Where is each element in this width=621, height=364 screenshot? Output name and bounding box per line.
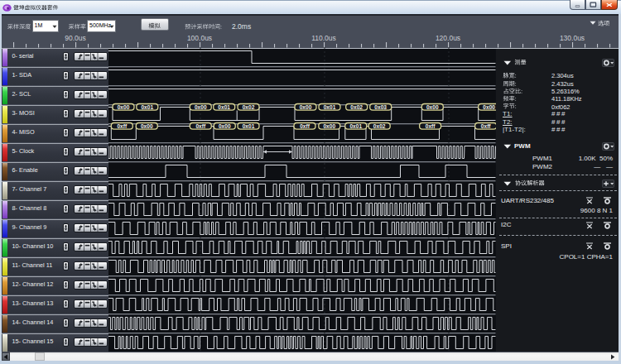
svg-text:0x00: 0x00: [323, 123, 335, 129]
svg-text:0x03: 0x03: [374, 104, 387, 110]
svg-text:0x00: 0x00: [195, 104, 207, 110]
svg-text:0x01: 0x01: [349, 123, 362, 129]
svg-text:0x01: 0x01: [218, 104, 230, 110]
svg-text:0x02: 0x02: [243, 104, 255, 110]
svg-text:0xff: 0xff: [117, 123, 128, 129]
svg-text:0x01: 0x01: [324, 104, 336, 110]
svg-text:0x00: 0x00: [118, 104, 130, 110]
svg-text:0x00: 0x00: [141, 123, 153, 129]
svg-text:0x00: 0x00: [300, 104, 312, 110]
svg-text:0x02: 0x02: [373, 123, 386, 129]
svg-text:0x00: 0x00: [426, 104, 439, 110]
svg-text:0x02: 0x02: [350, 104, 363, 110]
svg-text:0x01: 0x01: [141, 104, 153, 110]
svg-text:0x01: 0x01: [243, 123, 255, 129]
svg-text:0xff: 0xff: [195, 123, 206, 129]
svg-text:0x00: 0x00: [483, 104, 495, 110]
svg-text:0xff: 0xff: [426, 123, 436, 129]
svg-text:0xff: 0xff: [481, 123, 492, 129]
svg-text:0x00: 0x00: [219, 123, 231, 129]
svg-text:0xff: 0xff: [300, 123, 310, 129]
